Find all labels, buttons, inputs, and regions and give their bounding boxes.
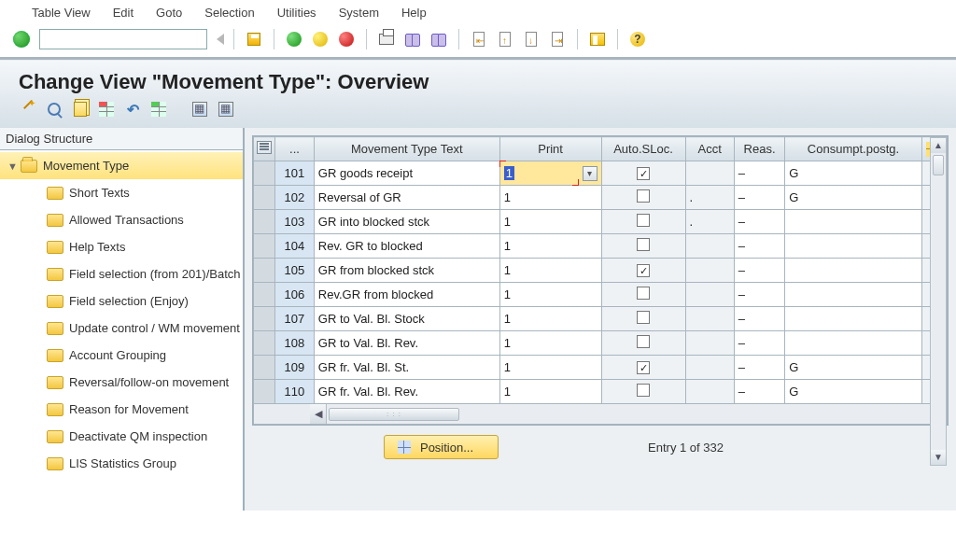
- cell-auto-sloc[interactable]: [601, 283, 685, 307]
- cell-auto-sloc[interactable]: [601, 380, 685, 404]
- vertical-scrollbar[interactable]: ▲ ▼: [930, 137, 947, 466]
- cell-acct[interactable]: [685, 307, 734, 331]
- cell-reas[interactable]: –: [734, 331, 784, 356]
- cell-acct[interactable]: [685, 259, 734, 283]
- vscroll-down-button[interactable]: ▼: [931, 450, 946, 465]
- tree-node-allowed-transactions[interactable]: Allowed Transactions: [0, 206, 243, 233]
- row-selector-cell[interactable]: [254, 210, 275, 234]
- cell-code[interactable]: 101: [275, 161, 315, 186]
- cell-code[interactable]: 108: [275, 331, 315, 356]
- cell-consumpt[interactable]: G: [785, 161, 922, 186]
- cell-code[interactable]: 109: [275, 356, 315, 380]
- cell-print[interactable]: 1: [499, 186, 601, 210]
- print-button[interactable]: [376, 29, 397, 49]
- col-movement-type-text[interactable]: Movement Type Text: [314, 137, 499, 161]
- tree-node-reversal-followon[interactable]: Reversal/follow-on movement: [0, 369, 243, 396]
- vscroll-up-button[interactable]: ▲: [931, 138, 946, 153]
- f4-help-icon[interactable]: ▾: [583, 166, 598, 181]
- select-block-button[interactable]: [190, 100, 209, 119]
- cell-acct[interactable]: [685, 331, 734, 356]
- prev-page-button[interactable]: ↑: [495, 29, 515, 49]
- cell-code[interactable]: 110: [275, 380, 315, 404]
- cell-auto-sloc[interactable]: [601, 210, 685, 234]
- cell-movement-text[interactable]: GR goods receipt: [314, 161, 499, 186]
- cell-consumpt[interactable]: [785, 331, 922, 356]
- tree-node-update-control[interactable]: Update control / WM movement: [0, 315, 243, 342]
- cell-print[interactable]: 1▾: [499, 161, 601, 186]
- cell-print[interactable]: 1: [499, 307, 601, 331]
- horizontal-scrollbar[interactable]: ◀ : : : ▶: [253, 404, 948, 425]
- collapse-icon[interactable]: ▼: [7, 161, 21, 172]
- cell-code[interactable]: 104: [275, 234, 315, 259]
- cell-acct[interactable]: [685, 356, 734, 380]
- row-selector-cell[interactable]: [254, 161, 275, 186]
- cell-acct[interactable]: .: [685, 210, 734, 234]
- exit-button[interactable]: [310, 29, 330, 49]
- col-consumpt-postg[interactable]: Consumpt.postg.: [785, 137, 922, 161]
- cell-movement-text[interactable]: Rev.GR from blocked: [314, 283, 499, 307]
- cell-reas[interactable]: –: [734, 356, 784, 380]
- cancel-button[interactable]: [336, 29, 357, 49]
- cell-consumpt[interactable]: G: [785, 380, 922, 404]
- cell-auto-sloc[interactable]: [601, 259, 685, 283]
- tree-node-reason-for-movement[interactable]: Reason for Movement: [0, 396, 243, 423]
- tree-node-deactivate-qm[interactable]: Deactivate QM inspection: [0, 423, 243, 450]
- cell-reas[interactable]: –: [734, 234, 784, 259]
- tree-node-short-texts[interactable]: Short Texts: [0, 179, 243, 206]
- col-code[interactable]: ...: [275, 137, 315, 161]
- cell-consumpt[interactable]: [785, 234, 922, 259]
- cell-print[interactable]: 1: [499, 234, 601, 259]
- col-auto-sloc[interactable]: Auto.SLoc.: [601, 137, 685, 161]
- cell-code[interactable]: 102: [275, 186, 315, 210]
- cell-acct[interactable]: [685, 234, 734, 259]
- cell-auto-sloc[interactable]: [601, 307, 685, 331]
- undo-button[interactable]: ↶: [123, 100, 142, 119]
- menu-selection[interactable]: Selection: [204, 6, 254, 20]
- menu-utilities[interactable]: Utilities: [277, 6, 316, 20]
- select-all-button[interactable]: [149, 100, 168, 119]
- col-reas[interactable]: Reas.: [734, 137, 784, 161]
- cell-reas[interactable]: –: [734, 380, 784, 404]
- tree-node-help-texts[interactable]: Help Texts: [0, 233, 243, 260]
- cell-consumpt[interactable]: [785, 307, 922, 331]
- cell-movement-text[interactable]: GR fr. Val. Bl. St.: [314, 356, 499, 380]
- vscroll-thumb[interactable]: [933, 155, 944, 175]
- cell-code[interactable]: 103: [275, 210, 315, 234]
- cell-movement-text[interactable]: GR into blocked stck: [314, 210, 499, 234]
- menu-goto[interactable]: Goto: [156, 6, 182, 20]
- cell-movement-text[interactable]: Reversal of GR: [314, 186, 499, 210]
- cell-print[interactable]: 1: [499, 380, 601, 404]
- cell-consumpt[interactable]: G: [785, 356, 922, 380]
- help-button[interactable]: ?: [627, 29, 648, 49]
- copy-button[interactable]: [71, 100, 90, 119]
- cell-acct[interactable]: [685, 283, 734, 307]
- row-selector-cell[interactable]: [254, 234, 275, 259]
- position-button[interactable]: Position...: [384, 435, 499, 459]
- cell-code[interactable]: 105: [275, 259, 315, 283]
- cell-reas[interactable]: –: [734, 283, 784, 307]
- cell-reas[interactable]: –: [734, 186, 784, 210]
- new-session-button[interactable]: [587, 29, 608, 49]
- find-next-button[interactable]: [429, 29, 449, 49]
- col-row-selector[interactable]: [254, 137, 275, 161]
- cell-consumpt[interactable]: G: [785, 186, 922, 210]
- row-selector-cell[interactable]: [254, 307, 275, 331]
- row-selector-cell[interactable]: [254, 283, 275, 307]
- next-page-button[interactable]: ↓: [521, 29, 541, 49]
- deselect-all-button[interactable]: [217, 100, 235, 119]
- row-selector-cell[interactable]: [254, 331, 275, 356]
- cell-movement-text[interactable]: GR from blocked stck: [314, 259, 499, 283]
- menu-help[interactable]: Help: [401, 6, 427, 20]
- col-print[interactable]: Print: [499, 137, 601, 161]
- row-selector-cell[interactable]: [254, 380, 275, 404]
- first-page-button[interactable]: ⇤: [469, 29, 489, 49]
- col-acct[interactable]: Acct: [685, 137, 734, 161]
- cell-movement-text[interactable]: Rev. GR to blocked: [314, 234, 499, 259]
- cell-auto-sloc[interactable]: [601, 356, 685, 380]
- menu-system[interactable]: System: [339, 6, 379, 20]
- cell-consumpt[interactable]: [785, 283, 922, 307]
- tree-node-account-grouping[interactable]: Account Grouping: [0, 342, 243, 369]
- cell-movement-text[interactable]: GR fr. Val. Bl. Rev.: [314, 380, 499, 404]
- cell-reas[interactable]: –: [734, 161, 784, 186]
- row-selector-cell[interactable]: [254, 356, 275, 380]
